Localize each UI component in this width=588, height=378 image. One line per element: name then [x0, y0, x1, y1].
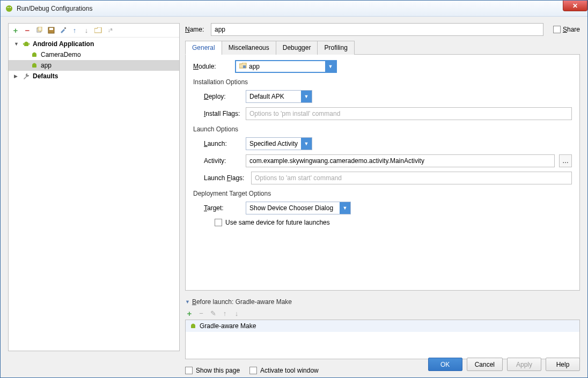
- before-launch-toolbar: + − ✎ ↑ ↓: [185, 309, 580, 317]
- svg-rect-8: [24, 43, 28, 46]
- tab-debugger[interactable]: Debugger: [276, 41, 318, 55]
- svg-rect-14: [191, 325, 195, 328]
- tab-general[interactable]: General: [185, 41, 222, 55]
- launch-label: Launch:: [204, 140, 241, 147]
- form-panel: Name: Share General Miscellaneous Debugg…: [185, 23, 580, 351]
- module-combo[interactable]: app: [235, 60, 337, 73]
- svg-rect-3: [37, 28, 41, 32]
- android-icon: [22, 40, 31, 48]
- tree-label: CameraDemo: [41, 51, 81, 58]
- target-label: Target:: [204, 204, 241, 212]
- svg-rect-6: [49, 28, 53, 30]
- copy-config-button[interactable]: [34, 26, 44, 35]
- activity-label: Activity:: [204, 157, 241, 165]
- add-config-button[interactable]: +: [11, 26, 20, 35]
- collapse-icon[interactable]: ▼: [185, 299, 190, 305]
- remove-task-button[interactable]: −: [197, 309, 205, 317]
- ok-button[interactable]: OK: [428, 358, 462, 371]
- tree-label: app: [41, 62, 52, 69]
- config-tree[interactable]: ▼ Android Application CameraDemo app ▶: [9, 38, 179, 351]
- module-folder-icon: [239, 63, 247, 71]
- edit-task-button[interactable]: ✎: [209, 309, 217, 317]
- save-config-button[interactable]: [46, 26, 56, 35]
- launch-value: Specified Activity: [249, 140, 298, 147]
- app-icon: [5, 4, 13, 13]
- dialog-window: Run/Debug Configurations ✕ + − ↑ ↓ ↓ª: [0, 0, 588, 378]
- remove-config-button[interactable]: −: [23, 26, 32, 35]
- target-value: Show Device Chooser Dialog: [249, 204, 333, 212]
- activity-input[interactable]: [246, 154, 555, 167]
- dialog-content: + − ↑ ↓ ↓ª ▼ Android Application: [1, 17, 587, 377]
- help-button[interactable]: Help: [546, 358, 580, 371]
- list-item[interactable]: Gradle-aware Make: [186, 320, 579, 332]
- svg-rect-7: [64, 27, 66, 29]
- deploy-combo[interactable]: Default APK: [246, 90, 312, 103]
- install-options-header: Installation Options: [193, 78, 572, 86]
- svg-point-2: [10, 7, 11, 8]
- config-toolbar: + − ↑ ↓ ↓ª: [9, 24, 179, 38]
- titlebar[interactable]: Run/Debug Configurations ✕: [1, 1, 587, 17]
- launch-flags-input[interactable]: [251, 172, 572, 184]
- share-checkbox[interactable]: [553, 26, 561, 33]
- tree-label: Android Application: [33, 40, 94, 48]
- apply-button[interactable]: Apply: [507, 358, 541, 371]
- task-up-button[interactable]: ↑: [220, 309, 229, 317]
- name-input[interactable]: [211, 23, 543, 36]
- launch-flags-label: Launch Flags:: [204, 174, 247, 182]
- tab-profiling[interactable]: Profiling: [317, 41, 354, 55]
- settings-icon[interactable]: [58, 26, 68, 35]
- before-launch-header: Before launch: Gradle-aware Make: [192, 298, 292, 306]
- target-combo[interactable]: Show Device Chooser Dialog: [246, 202, 351, 214]
- tab-bar: General Miscellaneous Debugger Profiling: [185, 40, 580, 55]
- deploy-target-header: Deployment Target Options: [193, 190, 572, 197]
- dropdown-icon: [301, 138, 312, 150]
- move-down-button[interactable]: ↓: [82, 26, 91, 35]
- cancel-button[interactable]: Cancel: [467, 358, 503, 371]
- launch-options-header: Launch Options: [193, 125, 572, 133]
- wrench-icon: [22, 72, 31, 80]
- tab-general-body: Module: app Installation Options Deploy:: [185, 55, 580, 291]
- tree-item-camerademo[interactable]: CameraDemo: [9, 49, 179, 60]
- collapse-icon: ▶: [14, 73, 20, 79]
- dropdown-icon: [340, 202, 350, 214]
- share-checkbox-label[interactable]: Share: [553, 26, 580, 33]
- install-flags-input[interactable]: [246, 107, 572, 120]
- dropdown-icon: [301, 91, 312, 102]
- svg-rect-11: [32, 54, 36, 57]
- svg-rect-13: [243, 65, 246, 68]
- svg-point-0: [6, 5, 12, 12]
- before-launch-list[interactable]: Gradle-aware Make: [185, 320, 580, 359]
- module-value: app: [249, 63, 260, 70]
- window-controls: ✕: [563, 1, 587, 11]
- module-label: Module:: [193, 63, 231, 70]
- tree-node-defaults[interactable]: ▶ Defaults: [9, 71, 179, 81]
- configurations-panel: + − ↑ ↓ ↓ª ▼ Android Application: [8, 23, 180, 351]
- same-device-checkbox[interactable]: [215, 219, 222, 226]
- launch-combo[interactable]: Specified Activity: [246, 137, 312, 150]
- same-device-label: Use same device for future launches: [225, 219, 330, 226]
- task-label: Gradle-aware Make: [200, 322, 256, 330]
- svg-rect-5: [48, 27, 54, 33]
- close-button[interactable]: ✕: [563, 1, 587, 11]
- folder-button[interactable]: [93, 26, 103, 35]
- install-flags-label: Install Flags:: [204, 110, 241, 117]
- task-down-button[interactable]: ↓: [232, 309, 241, 317]
- svg-rect-10: [29, 43, 30, 45]
- sort-button[interactable]: ↓ª: [105, 26, 115, 35]
- svg-rect-4: [38, 27, 42, 31]
- move-up-button[interactable]: ↑: [70, 26, 79, 35]
- expand-icon: ▼: [14, 41, 20, 47]
- android-icon: [30, 61, 39, 70]
- tree-node-android-application[interactable]: ▼ Android Application: [9, 39, 179, 49]
- tree-item-app[interactable]: app: [9, 60, 179, 71]
- deploy-value: Default APK: [249, 93, 284, 100]
- name-label: Name:: [185, 26, 207, 33]
- activity-browse-button[interactable]: …: [559, 154, 572, 167]
- dropdown-icon: [325, 61, 336, 72]
- android-icon: [30, 50, 39, 59]
- svg-point-1: [8, 7, 9, 8]
- tab-miscellaneous[interactable]: Miscellaneous: [222, 41, 276, 55]
- android-icon: [189, 322, 197, 330]
- window-title: Run/Debug Configurations: [17, 5, 92, 12]
- add-task-button[interactable]: +: [185, 309, 194, 317]
